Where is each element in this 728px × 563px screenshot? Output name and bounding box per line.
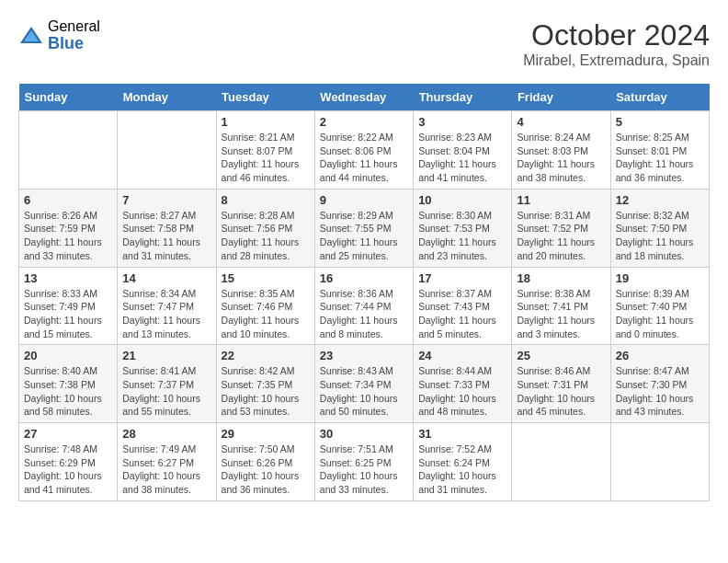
- logo: General Blue: [18, 18, 100, 52]
- calendar-cell: 3Sunrise: 8:23 AMSunset: 8:04 PMDaylight…: [414, 111, 512, 190]
- calendar-cell: 9Sunrise: 8:29 AMSunset: 7:55 PMDaylight…: [314, 189, 413, 267]
- day-info: Sunrise: 8:36 AMSunset: 7:44 PMDaylight:…: [320, 287, 408, 341]
- calendar-cell: 20Sunrise: 8:40 AMSunset: 7:38 PMDayligh…: [19, 345, 118, 423]
- day-number: 20: [24, 349, 112, 362]
- day-info: Sunrise: 8:38 AMSunset: 7:41 PMDaylight:…: [517, 287, 605, 341]
- day-info: Sunrise: 7:50 AMSunset: 6:26 PMDaylight:…: [222, 442, 310, 497]
- day-number: 8: [222, 193, 310, 207]
- day-info: Sunrise: 8:27 AMSunset: 7:58 PMDaylight:…: [122, 209, 210, 263]
- day-number: 17: [418, 271, 506, 285]
- header-wednesday: Wednesday: [314, 84, 413, 111]
- calendar-week-1: 1Sunrise: 8:21 AMSunset: 8:07 PMDaylight…: [19, 111, 710, 190]
- day-number: 19: [616, 271, 704, 285]
- calendar-cell: 8Sunrise: 8:28 AMSunset: 7:56 PMDaylight…: [216, 189, 314, 267]
- day-number: 10: [418, 193, 506, 207]
- day-number: 13: [24, 271, 112, 285]
- day-info: Sunrise: 8:34 AMSunset: 7:47 PMDaylight:…: [122, 287, 210, 341]
- calendar-cell: 6Sunrise: 8:26 AMSunset: 7:59 PMDaylight…: [19, 189, 118, 267]
- day-number: 31: [418, 427, 506, 441]
- day-number: 6: [24, 193, 112, 207]
- day-info: Sunrise: 8:26 AMSunset: 7:59 PMDaylight:…: [24, 209, 112, 263]
- calendar-cell: 29Sunrise: 7:50 AMSunset: 6:26 PMDayligh…: [216, 423, 314, 501]
- logo-blue: Blue: [48, 35, 100, 53]
- day-info: Sunrise: 8:28 AMSunset: 7:56 PMDaylight:…: [222, 209, 310, 263]
- day-number: 18: [517, 271, 605, 285]
- location: Mirabel, Extremadura, Spain: [523, 52, 710, 69]
- day-info: Sunrise: 8:46 AMSunset: 7:31 PMDaylight:…: [517, 364, 605, 419]
- day-info: Sunrise: 8:31 AMSunset: 7:52 PMDaylight:…: [517, 209, 605, 263]
- calendar-cell: 24Sunrise: 8:44 AMSunset: 7:33 PMDayligh…: [414, 345, 512, 423]
- day-info: Sunrise: 8:29 AMSunset: 7:55 PMDaylight:…: [320, 209, 408, 263]
- calendar-cell: 10Sunrise: 8:30 AMSunset: 7:53 PMDayligh…: [414, 189, 512, 267]
- calendar-cell: 5Sunrise: 8:25 AMSunset: 8:01 PMDaylight…: [610, 111, 709, 190]
- month-title: October 2024: [523, 18, 710, 52]
- calendar-cell: 13Sunrise: 8:33 AMSunset: 7:49 PMDayligh…: [19, 267, 118, 345]
- header-saturday: Saturday: [610, 84, 709, 111]
- header-friday: Friday: [512, 84, 610, 111]
- calendar-cell: 21Sunrise: 8:41 AMSunset: 7:37 PMDayligh…: [118, 345, 216, 423]
- calendar-cell: 18Sunrise: 8:38 AMSunset: 7:41 PMDayligh…: [512, 267, 610, 345]
- day-number: 29: [222, 427, 310, 441]
- calendar-week-5: 27Sunrise: 7:48 AMSunset: 6:29 PMDayligh…: [19, 423, 710, 501]
- day-info: Sunrise: 8:21 AMSunset: 8:07 PMDaylight:…: [222, 131, 310, 185]
- calendar-cell: 1Sunrise: 8:21 AMSunset: 8:07 PMDaylight…: [216, 111, 314, 190]
- day-number: 9: [320, 193, 408, 207]
- day-info: Sunrise: 8:24 AMSunset: 8:03 PMDaylight:…: [517, 131, 605, 185]
- day-number: 1: [222, 115, 310, 129]
- day-number: 5: [616, 115, 704, 129]
- title-section: October 2024 Mirabel, Extremadura, Spain: [523, 18, 710, 69]
- calendar-cell: 19Sunrise: 8:39 AMSunset: 7:40 PMDayligh…: [610, 267, 709, 345]
- calendar-week-4: 20Sunrise: 8:40 AMSunset: 7:38 PMDayligh…: [19, 345, 710, 423]
- day-info: Sunrise: 8:25 AMSunset: 8:01 PMDaylight:…: [616, 131, 704, 185]
- day-info: Sunrise: 8:33 AMSunset: 7:49 PMDaylight:…: [24, 287, 112, 341]
- day-info: Sunrise: 8:47 AMSunset: 7:30 PMDaylight:…: [616, 364, 704, 419]
- day-info: Sunrise: 8:41 AMSunset: 7:37 PMDaylight:…: [122, 364, 210, 419]
- calendar-cell: 17Sunrise: 8:37 AMSunset: 7:43 PMDayligh…: [414, 267, 512, 345]
- logo-icon: [18, 23, 44, 49]
- logo-general: General: [48, 18, 100, 35]
- day-number: 15: [222, 271, 310, 285]
- day-info: Sunrise: 8:22 AMSunset: 8:06 PMDaylight:…: [320, 131, 408, 185]
- calendar-cell: 31Sunrise: 7:52 AMSunset: 6:24 PMDayligh…: [414, 423, 512, 501]
- header-thursday: Thursday: [414, 84, 512, 111]
- calendar-cell: [19, 111, 118, 190]
- day-number: 27: [24, 427, 112, 441]
- day-info: Sunrise: 8:43 AMSunset: 7:34 PMDaylight:…: [320, 364, 408, 419]
- day-number: 14: [122, 271, 210, 285]
- calendar-cell: 14Sunrise: 8:34 AMSunset: 7:47 PMDayligh…: [118, 267, 216, 345]
- calendar-cell: 7Sunrise: 8:27 AMSunset: 7:58 PMDaylight…: [118, 189, 216, 267]
- calendar-cell: 22Sunrise: 8:42 AMSunset: 7:35 PMDayligh…: [216, 345, 314, 423]
- day-number: 26: [616, 349, 704, 362]
- calendar-cell: 27Sunrise: 7:48 AMSunset: 6:29 PMDayligh…: [19, 423, 118, 501]
- day-number: 22: [222, 349, 310, 362]
- calendar-cell: 26Sunrise: 8:47 AMSunset: 7:30 PMDayligh…: [610, 345, 709, 423]
- calendar-cell: 2Sunrise: 8:22 AMSunset: 8:06 PMDaylight…: [314, 111, 413, 190]
- day-info: Sunrise: 8:37 AMSunset: 7:43 PMDaylight:…: [418, 287, 506, 341]
- day-number: 7: [122, 193, 210, 207]
- day-number: 11: [517, 193, 605, 207]
- day-number: 2: [320, 115, 408, 129]
- calendar-cell: 15Sunrise: 8:35 AMSunset: 7:46 PMDayligh…: [216, 267, 314, 345]
- day-number: 24: [418, 349, 506, 362]
- day-info: Sunrise: 8:30 AMSunset: 7:53 PMDaylight:…: [418, 209, 506, 263]
- days-header-row: Sunday Monday Tuesday Wednesday Thursday…: [19, 84, 710, 111]
- calendar-cell: 4Sunrise: 8:24 AMSunset: 8:03 PMDaylight…: [512, 111, 610, 190]
- day-info: Sunrise: 7:52 AMSunset: 6:24 PMDaylight:…: [418, 442, 506, 497]
- calendar-cell: 30Sunrise: 7:51 AMSunset: 6:25 PMDayligh…: [314, 423, 413, 501]
- header-tuesday: Tuesday: [216, 84, 314, 111]
- day-number: 16: [320, 271, 408, 285]
- day-info: Sunrise: 8:40 AMSunset: 7:38 PMDaylight:…: [24, 364, 112, 419]
- calendar-cell: 11Sunrise: 8:31 AMSunset: 7:52 PMDayligh…: [512, 189, 610, 267]
- logo-text: General Blue: [48, 18, 100, 52]
- calendar-cell: [512, 423, 610, 501]
- day-info: Sunrise: 8:42 AMSunset: 7:35 PMDaylight:…: [222, 364, 310, 419]
- day-number: 23: [320, 349, 408, 362]
- calendar-cell: 16Sunrise: 8:36 AMSunset: 7:44 PMDayligh…: [314, 267, 413, 345]
- day-number: 21: [122, 349, 210, 362]
- day-info: Sunrise: 8:23 AMSunset: 8:04 PMDaylight:…: [418, 131, 506, 185]
- calendar-cell: [610, 423, 709, 501]
- day-number: 25: [517, 349, 605, 362]
- calendar-cell: 23Sunrise: 8:43 AMSunset: 7:34 PMDayligh…: [314, 345, 413, 423]
- calendar-cell: 28Sunrise: 7:49 AMSunset: 6:27 PMDayligh…: [118, 423, 216, 501]
- calendar-week-2: 6Sunrise: 8:26 AMSunset: 7:59 PMDaylight…: [19, 189, 710, 267]
